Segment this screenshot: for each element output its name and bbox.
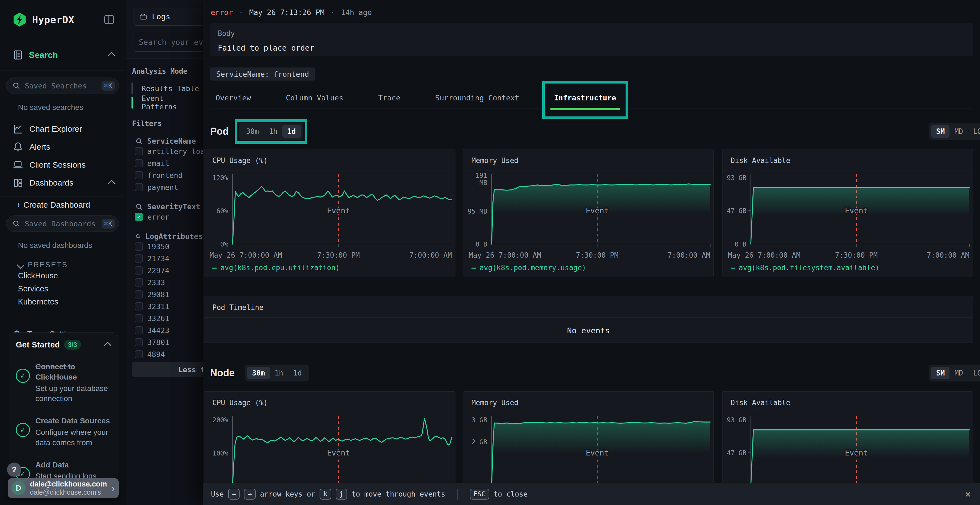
checklist-item[interactable]: ✓ Connect to ClickHouse Set up your data… [16,362,111,404]
node-range-1d[interactable]: 1d [288,367,307,379]
checkbox[interactable] [135,171,143,179]
close-icon[interactable]: ✕ [965,488,971,499]
checkbox[interactable] [135,147,143,156]
sidebar-item-chart-explorer[interactable]: Chart Explorer [0,120,125,138]
saved-dashboards-input[interactable]: Saved Dashboards ⌘K [6,216,119,232]
help-button[interactable]: ? [7,462,21,477]
pod-range-1d[interactable]: 1d [282,125,301,138]
chevron-up-icon[interactable] [104,342,111,349]
checkbox[interactable] [135,326,143,334]
saved-searches-input[interactable]: Saved Searches ⌘K [6,78,119,94]
esc-key[interactable]: ESC [470,489,489,500]
laptop-icon [13,159,24,170]
j-key[interactable]: j [336,489,347,500]
checkbox[interactable] [135,266,143,275]
filter-option[interactable]: 33261 [126,312,203,324]
pod-cpu-chart[interactable]: 120%60%0%Event [204,171,455,251]
pod-disk-chart[interactable]: 93 GB47 GB0 BEvent [722,171,973,251]
node-cpu-chart[interactable]: 200%100%0%Event [204,413,455,493]
checkbox[interactable] [135,243,143,251]
checkbox[interactable] [135,338,143,346]
sidebar-item-client-sessions[interactable]: Client Sessions [0,156,125,174]
filter-option[interactable]: 22974 [126,264,203,276]
legend-label: avg(k8s.pod.cpu.utilization) [221,264,340,272]
filter-option[interactable]: frontend [126,169,203,181]
node-disk-chart[interactable]: 93 GB47 GB0 BEvent [722,413,973,493]
pod-range-1h[interactable]: 1h [264,125,282,138]
checklist-item[interactable]: ✓ Create Data Sources Configure where yo… [16,416,111,448]
pod-range-30m[interactable]: 30m [241,125,264,138]
node-range-30m[interactable]: 30m [247,367,270,379]
checkbox-checked[interactable]: ✓ [135,213,143,221]
filter-option[interactable]: artillery-loa [126,145,203,157]
mode-event-patterns[interactable]: Event Patterns [132,95,203,110]
filter-group-servicename[interactable]: ServiceName [126,137,203,145]
node-size-md[interactable]: MD [950,367,968,379]
filter-option[interactable]: 37801 [126,336,203,348]
filter-group-logattributes[interactable]: LogAttributes [126,232,203,241]
search-journal-icon [13,49,24,60]
filter-option[interactable]: 19350 [126,241,203,252]
node-memory-chart[interactable]: 3 GB2 GB0 BEvent [463,413,713,493]
tab-infrastructure[interactable]: Infrastructure [549,90,622,108]
filter-option[interactable]: 2333 [126,276,203,288]
kbd-shortcut-badge: ⌘K [102,81,115,91]
preset-services[interactable]: Services [0,282,125,295]
svg-text:0 B: 0 B [735,241,746,248]
svg-text:Event: Event [586,448,609,457]
checkbox[interactable] [135,290,143,299]
mode-results-table[interactable]: Results Table [132,81,203,95]
servicename-tag[interactable]: ServiceName: frontend [210,67,315,81]
chart-title: Disk Available [722,392,973,413]
filter-option[interactable]: ✓error [126,211,203,223]
chart-card-pod-cpu: CPU Usage (%) 120%60%0%Event May 26 7:00… [204,149,455,276]
logs-source-icon [139,12,148,21]
filter-option[interactable]: 32311 [126,300,203,312]
arrow-right-key[interactable]: → [244,489,255,500]
checkbox[interactable] [135,278,143,286]
presets-toggle[interactable]: PRESETS [0,260,125,269]
node-size-lg[interactable]: LG [968,367,980,379]
checkbox[interactable] [135,350,143,358]
tab-trace[interactable]: Trace [373,90,406,108]
checkbox[interactable] [135,159,143,167]
filter-option[interactable]: payment [126,181,203,193]
checkbox[interactable] [135,302,143,310]
filter-option[interactable]: 29081 [126,288,203,300]
event-age: 14h ago [341,8,372,17]
pod-size-md[interactable]: MD [950,125,968,138]
pod-size-sm[interactable]: SM [931,125,950,138]
pod-size-lg[interactable]: LG [968,125,980,138]
k-key[interactable]: k [320,489,331,500]
node-size-sm[interactable]: SM [931,367,950,379]
svg-text:Event: Event [845,206,868,215]
sidebar-item-dashboards[interactable]: Dashboards [0,174,125,192]
collapse-sidebar-icon[interactable] [103,14,115,25]
preset-clickhouse[interactable]: ClickHouse [0,269,125,282]
create-dashboard-button[interactable]: + Create Dashboard [0,197,125,213]
tab-surrounding-context[interactable]: Surrounding Context [430,90,525,108]
filter-option[interactable]: email [126,157,203,169]
chart-title: Disk Available [722,149,973,171]
tab-column-values[interactable]: Column Values [280,90,349,108]
search-icon [12,219,21,228]
keyboard-hint-bar: Use ← → arrow keys or k j to move throug… [203,483,980,505]
tab-overview[interactable]: Overview [210,90,256,108]
sidebar-item-search[interactable]: Search [0,47,125,63]
sidebar-item-alerts[interactable]: Alerts [0,138,125,156]
node-range-1h[interactable]: 1h [270,367,288,379]
kbd-shortcut-badge: ⌘K [102,219,115,229]
filter-option[interactable]: 21734 [126,252,203,264]
user-account-chip[interactable]: D dale@clickhouse.com dale@clickhouse.co… [8,478,119,498]
arrow-left-key[interactable]: ← [228,489,240,500]
filter-option[interactable]: 34423 [126,324,203,336]
pod-memory-chart[interactable]: 191MB95 MB0 BEvent [463,171,713,251]
filter-option[interactable]: 4894 [126,348,203,360]
checkbox[interactable] [135,314,143,322]
filter-group-severitytext[interactable]: SeverityText [126,202,203,211]
preset-kubernetes[interactable]: Kubernetes [0,295,125,308]
checkbox[interactable] [135,254,143,262]
bell-icon [13,141,24,152]
search-icon [12,82,21,90]
checkbox[interactable] [135,183,143,191]
